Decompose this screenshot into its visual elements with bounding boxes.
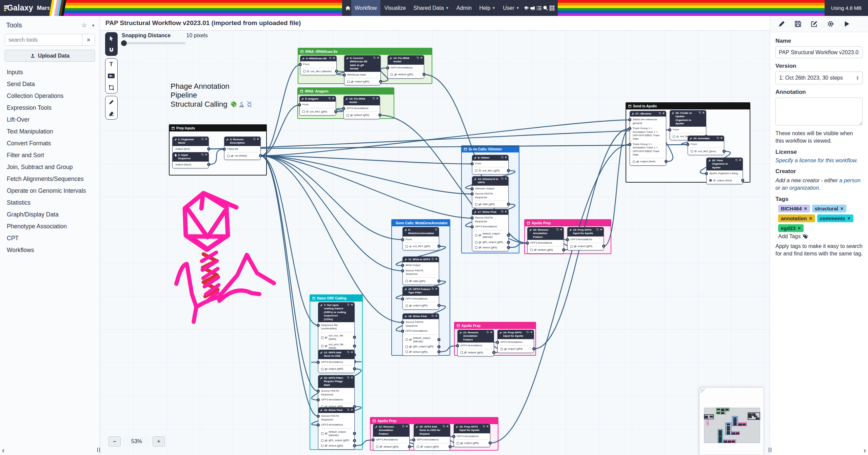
output-port[interactable]: > xyxy=(207,163,210,166)
input-port[interactable]: > xyxy=(401,238,404,241)
usage-block[interactable]: Using 4.8 MB xyxy=(825,0,868,16)
eye-slash-icon[interactable] xyxy=(478,234,481,236)
remove-node-icon[interactable]: ✕ xyxy=(376,97,378,100)
input-port[interactable]: > xyxy=(668,128,671,131)
caret-down-icon[interactable]: ▾ xyxy=(92,23,94,28)
tool-category-convert-formats[interactable]: Convert Formats xyxy=(0,138,100,149)
tool-category-lift-over[interactable]: Lift-Over xyxy=(0,114,100,126)
output-port[interactable]: > xyxy=(602,245,605,248)
duplicate-node-icon[interactable] xyxy=(402,425,405,429)
output-checkbox[interactable] xyxy=(376,446,378,448)
output-port[interactable]: > xyxy=(408,445,411,448)
markdown-tool[interactable]: M↓ xyxy=(105,70,117,82)
workflow-node-15[interactable]: 15: GFF3 Feature Type Filter✕>GFF3 Annot… xyxy=(402,286,439,310)
output-checkbox[interactable] xyxy=(303,70,305,73)
workflow-node-12[interactable]: 12: GFF3 Add Gene to CDS✕>GFF3 Annotatio… xyxy=(318,350,355,373)
remove-node-icon[interactable]: ✕ xyxy=(721,137,723,140)
output-port[interactable]: > xyxy=(489,441,492,444)
snapping-slider[interactable] xyxy=(122,42,185,44)
output-checkbox[interactable] xyxy=(347,81,350,83)
output-port[interactable]: > xyxy=(422,73,426,76)
output-checkbox[interactable] xyxy=(391,74,393,76)
remove-node-icon[interactable]: ✕ xyxy=(332,97,334,100)
duplicate-node-icon[interactable] xyxy=(527,331,529,334)
workflow-node-27[interactable]: 27: JBrowse✕>Select the reference genome… xyxy=(630,111,666,166)
tool-category-phenotype-association[interactable]: Phenotype Association xyxy=(0,221,100,232)
nav-item-workflow[interactable]: Workflow xyxy=(351,0,380,16)
tool-category-collection-operations[interactable]: Collection Operations xyxy=(0,90,100,102)
output-port[interactable]: > xyxy=(507,169,510,172)
duplicate-node-icon[interactable] xyxy=(329,97,331,101)
output-checkbox[interactable] xyxy=(321,444,323,447)
remove-tag-icon[interactable]: ✕ xyxy=(809,216,812,221)
brand[interactable]: Galaxy Mars xyxy=(0,0,50,16)
frame-tool-icon[interactable] xyxy=(105,82,117,93)
output-port[interactable]: > xyxy=(492,351,495,354)
eye-slash-icon[interactable] xyxy=(534,249,537,251)
remove-node-icon[interactable]: ✕ xyxy=(435,315,437,317)
eye-slash-icon[interactable] xyxy=(409,280,412,282)
license-link[interactable]: Specify a license for this workflow. xyxy=(775,158,863,164)
input-port[interactable]: > xyxy=(401,297,404,301)
remove-tag-icon[interactable]: ✕ xyxy=(840,206,844,211)
workflow-node-21[interactable]: 21: Remove Annotation Feature✕>GFF3 Anno… xyxy=(457,330,494,356)
settings-icon[interactable] xyxy=(827,20,834,27)
upload-data-button[interactable]: Upload Data xyxy=(5,50,95,62)
workflow-canvas[interactable]: tRNA: tRNAScan-SetRNA: AragornPrep Input… xyxy=(100,30,770,455)
remove-node-icon[interactable]: ✕ xyxy=(351,351,353,354)
tool-category-operate-on-genomic-intervals[interactable]: Operate on Genomic Intervals xyxy=(0,185,100,197)
output-port[interactable]: > xyxy=(507,241,510,244)
output-port[interactable]: > xyxy=(353,439,356,442)
eye-slash-icon[interactable] xyxy=(409,338,412,341)
tool-category-join-subtract-and-group[interactable]: Join, Subtract and Group xyxy=(0,161,100,173)
star-icon[interactable]: ☆ xyxy=(82,22,87,29)
tool-category-statistics[interactable]: Statistics xyxy=(0,197,100,209)
input-port[interactable]: > xyxy=(317,390,320,393)
output-port[interactable]: > xyxy=(437,304,440,307)
remove-node-icon[interactable]: ✕ xyxy=(505,156,507,159)
eye-slash-icon[interactable] xyxy=(351,81,354,83)
duplicate-node-icon[interactable] xyxy=(329,57,332,60)
input-port[interactable]: > xyxy=(456,344,459,347)
input-port[interactable]: > xyxy=(372,438,375,441)
input-port[interactable]: > xyxy=(471,162,474,165)
zoom-in-button[interactable]: + xyxy=(153,436,165,447)
duplicate-node-icon[interactable] xyxy=(432,288,434,291)
duplicate-node-icon[interactable] xyxy=(487,331,489,334)
workflow-node-30[interactable]: 30: View Organism in Apollo✕>Apollo Orga… xyxy=(706,158,743,184)
text-tool[interactable]: T xyxy=(105,59,117,70)
output-port[interactable]: > xyxy=(437,345,440,348)
duplicate-node-icon[interactable] xyxy=(735,159,738,162)
remove-node-icon[interactable]: ✕ xyxy=(333,57,335,60)
output-port[interactable]: > xyxy=(532,347,535,350)
input-port[interactable]: > xyxy=(705,172,708,175)
version-select[interactable]: 1: Oct 26th 2023, 30 steps ▲▼ xyxy=(775,71,863,84)
output-port[interactable]: > xyxy=(353,444,356,447)
input-port[interactable]: > xyxy=(628,118,631,121)
duplicate-node-icon[interactable] xyxy=(432,258,434,261)
zoom-out-button[interactable]: − xyxy=(108,436,121,447)
output-port[interactable]: > xyxy=(507,203,510,206)
eye-slash-icon[interactable] xyxy=(460,442,463,444)
remove-node-icon[interactable]: ✕ xyxy=(435,288,437,290)
nav-item-shared-data[interactable]: Shared Data▼ xyxy=(410,0,452,16)
collapse-right-panel-button[interactable]: › xyxy=(864,447,866,454)
output-port[interactable]: > xyxy=(353,345,356,348)
tag-bich464[interactable]: BICH464✕ xyxy=(778,205,810,212)
eye-slash-icon[interactable] xyxy=(324,368,328,370)
eye-slash-icon[interactable] xyxy=(324,439,328,442)
remove-node-icon[interactable]: ✕ xyxy=(351,304,353,306)
output-port[interactable]: > xyxy=(665,160,668,163)
eye-slash-icon[interactable] xyxy=(350,114,353,117)
duplicate-node-icon[interactable] xyxy=(201,153,204,157)
workflow-node-25[interactable]: 25: GFF3 Add Gene to CDS for Sixpack✕>GF… xyxy=(414,424,450,451)
output-port[interactable]: > xyxy=(507,234,510,237)
output-port[interactable]: > xyxy=(259,154,262,157)
megaphone-icon[interactable] xyxy=(530,0,536,16)
remove-node-icon[interactable]: ✕ xyxy=(205,153,207,156)
input-port[interactable]: > xyxy=(317,398,320,401)
remove-tag-icon[interactable]: ✕ xyxy=(797,226,801,231)
output-checkbox[interactable] xyxy=(691,150,693,152)
duplicate-node-icon[interactable] xyxy=(253,138,256,141)
tool-category-inputs[interactable]: Inputs xyxy=(0,66,100,78)
